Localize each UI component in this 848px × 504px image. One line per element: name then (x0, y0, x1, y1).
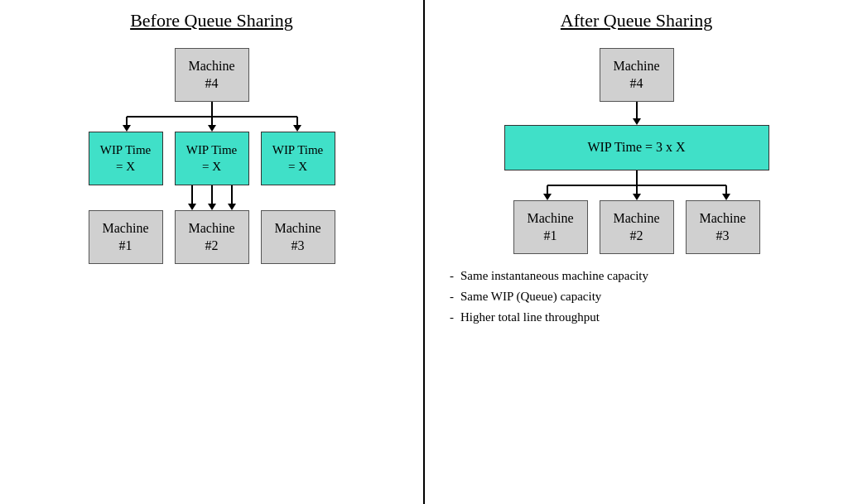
svg-marker-3 (123, 125, 131, 132)
after-machine4: Machine #4 (600, 48, 674, 102)
before-branch-top (84, 102, 340, 132)
after-arrow-top (633, 102, 641, 125)
before-arrows (8, 185, 415, 210)
before-arrow1 (188, 185, 196, 210)
bullet-list: - Same instantaneous machine capacity - … (433, 269, 648, 331)
bullet-dash-1: - (450, 269, 454, 283)
svg-marker-7 (293, 125, 301, 132)
after-machine1: Machine #1 (513, 200, 588, 254)
before-arrow2 (208, 185, 216, 210)
after-machine3: Machine #3 (686, 200, 760, 254)
before-diagram: Machine #4 WIP Time = X WIP Ti (8, 48, 415, 264)
before-machine-row: Machine #1 Machine #2 Machine #3 (8, 210, 415, 264)
after-branch-bottom (504, 170, 769, 200)
after-machine2: Machine #2 (600, 200, 674, 254)
after-diagram: Machine #4 WIP Time = 3 x X (433, 48, 840, 254)
svg-marker-15 (722, 194, 730, 200)
before-machine2: Machine #2 (175, 210, 249, 264)
after-wip: WIP Time = 3 x X (504, 125, 769, 170)
before-wip3: WIP Time = X (261, 132, 335, 185)
bullet-text-1: Same instantaneous machine capacity (460, 269, 648, 283)
svg-marker-11 (543, 194, 552, 200)
svg-marker-13 (633, 194, 641, 200)
before-wip2: WIP Time = X (175, 132, 249, 185)
bullet-item-3: - Higher total line throughput (450, 310, 648, 324)
bullet-item-1: - Same instantaneous machine capacity (450, 269, 648, 283)
after-machine-row: Machine #1 Machine #2 Machine #3 (433, 200, 840, 254)
before-title: Before Queue Sharing (130, 10, 293, 31)
before-machine4: Machine #4 (175, 48, 249, 102)
before-machine3: Machine #3 (261, 210, 335, 264)
bullet-text-2: Same WIP (Queue) capacity (460, 290, 601, 304)
after-panel: After Queue Sharing Machine #4 WIP Time … (425, 0, 848, 504)
before-wip-row: WIP Time = X WIP Time = X WIP Time = X (8, 132, 415, 185)
bullet-dash-2: - (450, 290, 454, 304)
bullet-text-3: Higher total line throughput (460, 310, 600, 324)
bullet-dash-3: - (450, 310, 454, 324)
before-wip1: WIP Time = X (89, 132, 163, 185)
svg-marker-5 (208, 125, 216, 132)
before-panel: Before Queue Sharing Machine #4 (0, 0, 423, 504)
bullet-item-2: - Same WIP (Queue) capacity (450, 290, 648, 304)
before-machine1: Machine #1 (89, 210, 163, 264)
before-arrow3 (228, 185, 236, 210)
after-title: After Queue Sharing (561, 10, 712, 31)
